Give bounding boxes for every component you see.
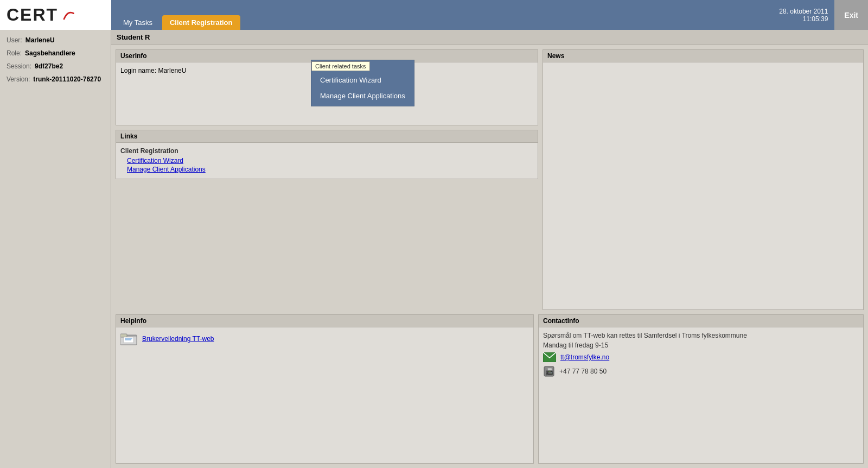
help-header: HelpInfo: [116, 315, 533, 327]
certification-wizard-link[interactable]: Certification Wizard: [127, 157, 533, 165]
dropdown-tooltip: Client related tasks: [311, 61, 370, 71]
folder-icon: [120, 332, 138, 346]
cert-logo-icon: [60, 8, 75, 23]
contact-panel: ContactInfo Spørsmål om TT-web kan rette…: [538, 314, 864, 464]
dropdown-item-certification-wizard[interactable]: Certification Wizard: [311, 72, 414, 88]
contact-email-row: tt@tromsfylke.no: [543, 352, 859, 362]
phone-icon: 📠: [543, 365, 555, 377]
sidebar: User: MarleneU Role: Sagsbehandlere Sess…: [0, 30, 111, 468]
manage-client-applications-link[interactable]: Manage Client Applications: [127, 166, 533, 173]
contact-text2: Mandag til fredag 9-15: [543, 341, 859, 349]
links-section-title: Client Registration: [120, 147, 533, 155]
contact-spacer: [539, 382, 863, 463]
time-display: 11:05:39: [803, 15, 828, 23]
news-panel: News: [542, 49, 864, 310]
version-label: Version:: [7, 75, 30, 85]
help-panel: HelpInfo Brukerveiledning TT-web: [116, 314, 534, 464]
links-panel: Links Client Registration Certification …: [116, 130, 538, 179]
dropdown-container: Client related tasks Certification Wizar…: [156, 30, 260, 77]
contact-text1: Spørsmål om TT-web kan rettes til Samfer…: [543, 332, 859, 339]
tab-my-tasks[interactable]: My Tasks: [116, 15, 160, 30]
phone-text: +47 77 78 80 50: [559, 368, 607, 375]
datetime-area: 28. oktober 2011 11:05:39: [773, 0, 834, 30]
svg-rect-2: [120, 334, 127, 337]
email-icon: [543, 352, 556, 362]
news-header: News: [543, 50, 863, 62]
dropdown-menu: Client related tasks Certification Wizar…: [311, 60, 414, 106]
contact-phone-row: 📠 +47 77 78 80 50: [543, 365, 859, 377]
help-link[interactable]: Brukerveiledning TT-web: [142, 335, 214, 343]
help-body: Brukerveiledning TT-web: [116, 327, 533, 350]
exit-button[interactable]: Exit: [834, 0, 868, 30]
tab-client-registration[interactable]: Client Registration: [162, 15, 240, 30]
user-label: User:: [7, 36, 22, 46]
user-value: MarleneU: [25, 36, 55, 44]
logo-area: CERT: [0, 0, 111, 30]
session-label: Session:: [7, 62, 31, 72]
dropdown-item-manage-client-applications[interactable]: Manage Client Applications: [311, 88, 414, 104]
links-header: Links: [116, 130, 538, 143]
role-label: Role:: [7, 49, 22, 59]
left-spacer: [116, 184, 538, 310]
nav-bar: My Tasks Client Registration: [111, 0, 773, 30]
logo-text: CERT: [7, 5, 58, 25]
email-link[interactable]: tt@tromsfylke.no: [560, 353, 609, 361]
version-value: trunk-20111020-76270: [33, 75, 101, 83]
session-value: 9df27be2: [35, 62, 63, 70]
contact-header: ContactInfo: [539, 315, 863, 327]
date-display: 28. oktober 2011: [779, 8, 828, 15]
svg-text:📠: 📠: [545, 368, 553, 376]
role-value: Sagsbehandlere: [25, 49, 75, 57]
